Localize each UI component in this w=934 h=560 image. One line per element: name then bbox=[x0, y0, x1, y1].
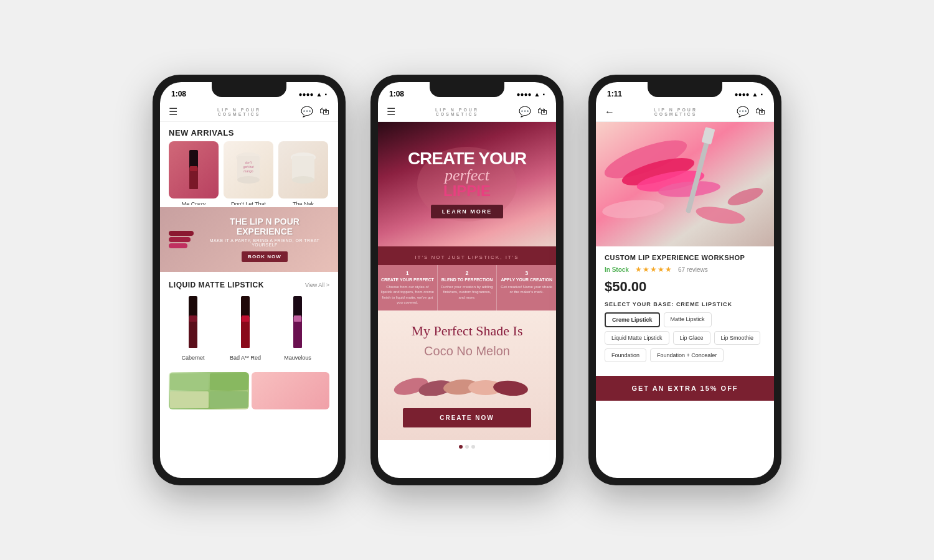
step-3-title: APPLY YOUR CREATION bbox=[499, 278, 554, 282]
banner-title-1: THE LIP N POUR bbox=[200, 217, 329, 226]
notch-2 bbox=[430, 82, 504, 97]
svg-rect-18 bbox=[293, 296, 302, 318]
nav-bar-1: ☰ LIP N POUR COSMETICS 💬 🛍 bbox=[160, 102, 338, 122]
svg-rect-0 bbox=[189, 150, 198, 169]
product-mango[interactable]: don't get that mango Don't Let That Mang… bbox=[224, 141, 273, 198]
banner-title-2: EXPERIENCE bbox=[200, 227, 329, 236]
battery-icon-3: ▪ bbox=[760, 91, 763, 98]
product-status-row: In Stock ★ ★ ★ ★ ★ 67 reviews bbox=[605, 265, 765, 274]
cart-icon-1[interactable]: 🛍 bbox=[319, 106, 329, 118]
star-2: ★ bbox=[643, 265, 649, 274]
notch bbox=[212, 82, 286, 97]
option-lip-glace[interactable]: Lip Glace bbox=[673, 331, 710, 345]
floral-photo bbox=[169, 372, 249, 409]
liquid-section-header: LIQUID MATTE LIPSTICK View All > bbox=[160, 274, 338, 293]
chat-icon-3[interactable]: 💬 bbox=[737, 106, 749, 118]
lipstick-name-mauvelous: Mauvelous bbox=[273, 355, 322, 361]
product-img-mango: don't get that mango bbox=[224, 141, 273, 198]
chat-icon-1[interactable]: 💬 bbox=[301, 106, 313, 118]
status-time-3: 1:11 bbox=[607, 90, 622, 98]
lipstick-cabernet[interactable]: Cabernet bbox=[169, 293, 217, 361]
back-nav: ← LIP N POUR COSMETICS 💬 🛍 bbox=[596, 102, 774, 122]
svg-point-25 bbox=[493, 380, 529, 396]
nav-logo-1: LIP N POUR COSMETICS bbox=[177, 108, 301, 116]
product-label-mango: Don't Let That Mango bbox=[224, 201, 273, 205]
star-5: ★ bbox=[665, 265, 672, 274]
status-icons-3: ●●●● ▲ ▪ bbox=[734, 91, 763, 98]
status-time-2: 1:08 bbox=[389, 90, 404, 98]
option-matte-lipstick[interactable]: Matte Lipstick bbox=[664, 312, 712, 327]
option-foundation-concealer[interactable]: Foundation + Concealer bbox=[650, 348, 724, 362]
nav-icons-right-2: 💬 🛍 bbox=[519, 106, 547, 118]
steps-header-text: IT'S NOT JUST LIPSTICK, IT'S bbox=[415, 254, 519, 260]
product-nak[interactable]: The Nak bbox=[278, 141, 328, 198]
step-3-desc: Get creative! Name your shade or the mak… bbox=[499, 284, 554, 295]
dot-3[interactable] bbox=[471, 445, 475, 449]
product-label-me-crazy: Me Crazy bbox=[169, 201, 219, 205]
pink-photo bbox=[252, 372, 329, 409]
menu-icon-1[interactable]: ☰ bbox=[169, 106, 177, 118]
svg-rect-12 bbox=[189, 296, 197, 318]
product-me-crazy[interactable]: Me Crazy bbox=[169, 141, 219, 198]
star-3: ★ bbox=[650, 265, 657, 274]
chat-icon-2[interactable]: 💬 bbox=[519, 106, 531, 118]
option-liquid-matte[interactable]: Liquid Matte Lipstick bbox=[605, 331, 669, 345]
cart-icon-2[interactable]: 🛍 bbox=[537, 106, 547, 118]
status-icons-2: ●●●● ▲ ▪ bbox=[516, 91, 545, 98]
phone-3: 1:11 ●●●● ▲ ▪ ← LIP N POUR COSMETICS 💬 🛍 bbox=[588, 75, 781, 485]
product-hero-image bbox=[596, 122, 774, 246]
nav-icons-right-3: 💬 🛍 bbox=[737, 106, 765, 118]
cta-button[interactable]: GET AN EXTRA 15% OFF bbox=[596, 376, 774, 401]
product-img-me-crazy bbox=[169, 141, 219, 198]
shade-section: My Perfect Shade Is Coco No Melon CREATE… bbox=[378, 310, 556, 440]
liquid-matte-section: LIQUID MATTE LIPSTICK View All > bbox=[160, 274, 338, 367]
product-img-nak bbox=[278, 141, 328, 198]
step-2-num: 2 bbox=[440, 270, 494, 276]
back-button[interactable]: ← bbox=[605, 106, 615, 118]
step-3: 3 APPLY YOUR CREATION Get creative! Name… bbox=[497, 265, 556, 310]
learn-more-button[interactable]: LEARN MORE bbox=[431, 205, 504, 218]
signal-icon: ●●●● bbox=[298, 91, 313, 98]
step-3-num: 3 bbox=[499, 270, 554, 276]
create-now-button[interactable]: CREATE NOW bbox=[403, 408, 531, 427]
svg-text:don't: don't bbox=[245, 161, 252, 164]
steps-header-bar: IT'S NOT JUST LIPSTICK, IT'S bbox=[378, 246, 556, 265]
hero-perfect: perfect bbox=[408, 167, 526, 184]
lipstick-img-bad-red bbox=[221, 293, 270, 352]
hero-banner: CREATE YOUR perfect LIPPIE LEARN MORE bbox=[378, 122, 556, 246]
hero-create: CREATE YOUR bbox=[408, 150, 526, 167]
options-grid: Creme Lipstick Matte Lipstick Liquid Mat… bbox=[605, 312, 765, 362]
banner-text: THE LIP N POUR EXPERIENCE MAKE IT A PART… bbox=[200, 217, 329, 262]
product-image-svg bbox=[596, 122, 774, 246]
bottom-photos bbox=[160, 367, 338, 414]
book-now-button[interactable]: BOOK NOW bbox=[242, 251, 288, 262]
dot-2[interactable] bbox=[465, 445, 469, 449]
svg-rect-20 bbox=[294, 315, 301, 322]
banner-subtitle: MAKE IT A PARTY, BRING A FRIEND, OR TREA… bbox=[200, 238, 329, 247]
option-lip-smoothie[interactable]: Lip Smoothie bbox=[714, 331, 761, 345]
svg-rect-14 bbox=[189, 315, 197, 322]
option-creme-lipstick[interactable]: Creme Lipstick bbox=[605, 312, 660, 327]
hero-lippie: LIPPIE bbox=[408, 184, 526, 198]
battery-icon: ▪ bbox=[324, 91, 327, 98]
lipstick-bad-red[interactable]: Bad A** Red bbox=[221, 293, 270, 361]
experience-banner: THE LIP N POUR EXPERIENCE MAKE IT A PART… bbox=[160, 207, 338, 272]
signal-icon-2: ●●●● bbox=[516, 91, 531, 98]
cart-icon-3[interactable]: 🛍 bbox=[755, 106, 765, 118]
star-rating: ★ ★ ★ ★ ★ bbox=[635, 265, 672, 274]
svg-rect-15 bbox=[241, 296, 250, 318]
nav-logo-2: LIP N POUR COSMETICS bbox=[395, 108, 519, 116]
steps-row: 1 CREATE YOUR PERFECT Choose from our st… bbox=[378, 265, 556, 310]
wifi-icon: ▲ bbox=[316, 91, 323, 98]
dot-1[interactable] bbox=[459, 445, 463, 449]
view-all-link[interactable]: View All > bbox=[305, 282, 329, 288]
lipstick-img-mauvelous bbox=[273, 293, 322, 352]
option-foundation[interactable]: Foundation bbox=[605, 348, 646, 362]
lipstick-mauvelous[interactable]: Mauvelous bbox=[273, 293, 322, 361]
shade-coco-text: Coco No Melon bbox=[387, 344, 547, 358]
step-1-num: 1 bbox=[380, 270, 435, 276]
product-price: $50.00 bbox=[605, 279, 765, 295]
lipstick-name-cabernet: Cabernet bbox=[169, 355, 217, 361]
menu-icon-2[interactable]: ☰ bbox=[387, 106, 395, 118]
step-2: 2 BLEND TO PERFECTION Further your creat… bbox=[438, 265, 498, 310]
